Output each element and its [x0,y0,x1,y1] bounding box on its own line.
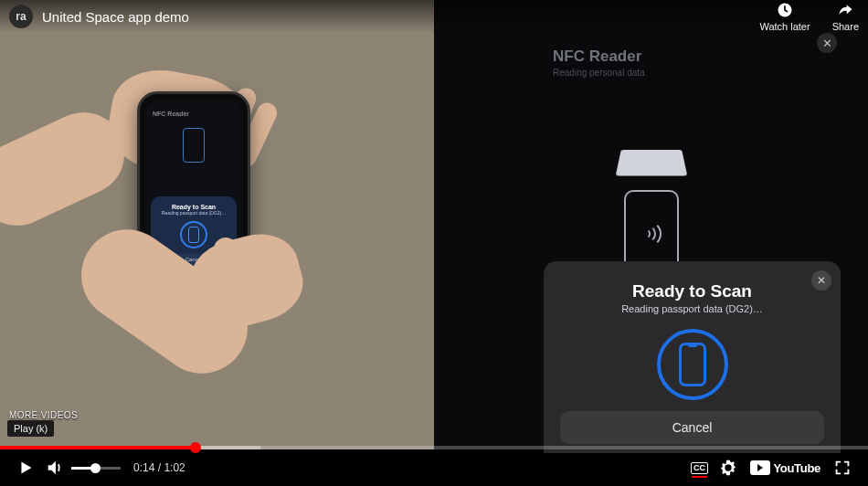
time-display: 0:14 / 1:02 [133,461,185,474]
watch-on-youtube-button[interactable]: YouTube [750,460,820,475]
play-tooltip: Play (k) [7,420,54,437]
player-top-bar: ra United Space app demo Watch later Sha… [0,0,868,33]
watch-later-label: Watch later [759,21,810,32]
left-camera-view: NFC Reader Ready to Scan Reading passpor… [0,0,434,449]
mini-scan-ring-icon [180,221,207,248]
more-videos-label[interactable]: MORE VIDEOS [9,410,78,420]
watch-later-button[interactable]: Watch later [759,1,810,32]
sheet-title: Ready to Scan [560,281,824,301]
share-button[interactable]: Share [832,1,859,32]
top-right-actions: Watch later Share [759,1,859,32]
play-button[interactable] [11,453,40,482]
phone-glyph-icon [679,343,706,386]
volume-control[interactable] [40,453,126,482]
mini-sheet-title: Ready to Scan [156,204,231,210]
mini-illustration [145,128,242,163]
gear-icon [718,458,738,478]
nfc-reader-subtitle: Reading personal data [553,68,645,78]
youtube-label: YouTube [773,461,820,475]
sheet-subtitle: Reading passport data (DG2)… [560,303,824,314]
id-card-icon [615,150,687,175]
nfc-waves-icon [638,220,665,248]
fullscreen-button[interactable] [828,453,857,482]
clock-icon [776,1,794,19]
video-title[interactable]: United Space app demo [42,9,759,25]
share-icon [836,1,854,19]
play-icon [16,458,36,478]
current-time: 0:14 [133,461,154,474]
cancel-button[interactable]: Cancel [560,411,824,444]
cc-icon: CC [691,462,708,474]
mute-button[interactable] [40,453,69,482]
phone-outline-icon [183,128,205,163]
scan-ring-icon [657,329,728,400]
control-bar: 0:14 / 1:02 CC YouTube [0,449,868,486]
volume-icon [45,458,65,478]
volume-slider[interactable] [71,467,121,470]
close-icon[interactable]: ✕ [817,33,837,53]
youtube-player: ra United Space app demo Watch later Sha… [0,0,868,486]
nfc-reader-title: NFC Reader [553,48,645,66]
fullscreen-icon [832,458,852,478]
video-stage[interactable]: NFC Reader Ready to Scan Reading passpor… [0,0,868,449]
subtitles-button[interactable]: CC [684,453,714,482]
channel-avatar[interactable]: ra [9,5,33,28]
duration: 1:02 [164,461,185,474]
youtube-icon [750,460,770,475]
mini-sheet-sub: Reading passport data (DG2)… [156,210,231,216]
share-label: Share [832,21,859,32]
right-screen-mirror: ✕ NFC Reader Reading personal data ✕ Rea… [434,0,868,449]
mini-nfc-title: NFC Reader [145,100,242,117]
sheet-close-icon[interactable]: ✕ [811,270,831,291]
settings-button[interactable] [714,453,743,482]
scan-sheet: ✕ Ready to Scan Reading passport data (D… [544,261,841,453]
nfc-header: NFC Reader Reading personal data [553,48,645,78]
